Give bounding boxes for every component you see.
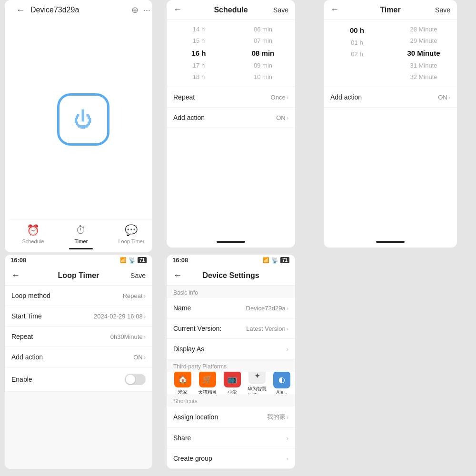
schedule-save-btn[interactable]: Save	[273, 6, 288, 14]
display-as-chevron: ›	[287, 346, 288, 353]
platform-mijia[interactable]: 🏠 米家	[173, 372, 192, 394]
share-value-container: ›	[287, 435, 288, 442]
timer-bottom-bar	[376, 241, 405, 243]
basic-info-section: Basic info	[167, 286, 295, 298]
schedule-icon: ⏰	[27, 224, 40, 237]
main-device-panel: ← Device73d29a ⊕ ··· ⏻ ⏰ Schedule ⏱ Time…	[5, 0, 152, 252]
loop-add-action-value-container: ON ›	[133, 354, 146, 361]
loop-repeat-label: Repeat	[11, 333, 33, 340]
assign-location-chevron: ›	[287, 414, 288, 421]
device-icon-area[interactable]: ⏻	[10, 20, 152, 219]
loop-header: ← Loop Timer Save	[5, 266, 152, 286]
platform-xiaoai[interactable]: 📺 小爱	[223, 372, 242, 394]
settings-time-display: 16:08	[172, 257, 188, 264]
loop-timer-panel: 16:08 📶 📡 71 ← Loop Timer Save Loop meth…	[5, 255, 152, 469]
schedule-time-picker[interactable]: 14 h 15 h 16 h 17 h 18 h 06 min 07 min 0…	[167, 20, 295, 87]
nav-schedule[interactable]: ⏰ Schedule	[22, 224, 44, 249]
hour-item: 14 h	[167, 24, 231, 35]
create-group-chevron: ›	[287, 455, 288, 462]
settings-wifi-icon: 📡	[271, 257, 278, 264]
loop-save-btn[interactable]: Save	[130, 272, 146, 279]
platforms-row: 🏠 米家 🛒 天猫精灵 📺 小爱 ✦ 华为智慧生活 ◐ Ale...	[167, 372, 295, 394]
assign-location-value-container: 我的家 ›	[267, 413, 288, 421]
timer-header: ← Timer Save	[324, 0, 457, 20]
nav-loop-timer[interactable]: 💬 Loop Timer	[118, 224, 144, 249]
timer-hour-column[interactable]: 00 h 01 h 02 h	[324, 22, 390, 85]
share-chevron: ›	[287, 435, 288, 442]
timer-save-btn[interactable]: Save	[435, 6, 450, 14]
share-row[interactable]: Share ›	[167, 428, 295, 448]
more-icon[interactable]: ···	[143, 5, 150, 15]
loop-method-row[interactable]: Loop method Repeat ›	[5, 286, 152, 306]
enable-row[interactable]: Enable	[5, 367, 152, 392]
main-header: ← Device73d29a ⊕ ···	[10, 0, 152, 20]
platform-alexa[interactable]: ◐ Ale...	[272, 372, 291, 394]
assign-location-row[interactable]: Assign location 我的家 ›	[167, 407, 295, 428]
schedule-label: Schedule	[22, 238, 44, 244]
loop-repeat-row[interactable]: Repeat 0h30Minute ›	[5, 327, 152, 347]
add-action-value: ON	[276, 114, 286, 121]
min-item-selected: 08 min	[231, 47, 295, 60]
settings-back-icon[interactable]: ←	[173, 270, 182, 280]
power-button[interactable]: ⏻	[57, 93, 109, 146]
loop-back-icon[interactable]: ←	[11, 270, 20, 280]
timer-time-picker[interactable]: 00 h 01 h 02 h 28 Minute 29 Minute 30 Mi…	[324, 20, 457, 87]
platform-huawei[interactable]: ✦ 华为智慧生活	[248, 372, 267, 394]
version-row[interactable]: Current Version: Latest Version ›	[167, 318, 295, 339]
display-as-row[interactable]: Display As ›	[167, 339, 295, 359]
repeat-row[interactable]: Repeat Once ›	[167, 87, 295, 108]
loop-add-action-chevron: ›	[144, 354, 146, 361]
basic-info-label: Basic info	[173, 289, 198, 296]
nav-timer[interactable]: ⏱ Timer	[69, 224, 93, 249]
version-label: Current Version:	[173, 325, 221, 332]
timer-min-item: 31 Minute	[390, 60, 457, 71]
hour-item: 18 h	[167, 71, 231, 83]
share-label: Share	[173, 434, 191, 442]
schedule-panel: ← Schedule Save 14 h 15 h 16 h 17 h 18 h…	[167, 0, 295, 248]
timer-min-item: 32 Minute	[390, 71, 457, 83]
loop-repeat-value: 0h30Minute	[110, 333, 143, 340]
repeat-chevron: ›	[287, 94, 288, 101]
add-action-value-container: ON ›	[276, 114, 288, 121]
xiaoai-icon: 📺	[224, 372, 241, 387]
mijia-icon: 🏠	[174, 372, 191, 387]
shortcuts-section: Shortcuts	[167, 394, 295, 407]
timer-add-action-label: Add action	[330, 93, 362, 101]
start-time-value-container: 2024-02-29 16:08 ›	[94, 313, 146, 320]
start-time-value: 2024-02-29 16:08	[94, 313, 143, 320]
platform-tmall[interactable]: 🛒 天猫精灵	[198, 372, 217, 394]
loop-status-icons: 📶 📡 71	[120, 257, 147, 264]
loop-repeat-value-container: 0h30Minute ›	[110, 333, 146, 340]
loop-method-label: Loop method	[11, 292, 50, 299]
assign-location-label: Assign location	[173, 413, 218, 421]
timer-back-icon[interactable]: ←	[330, 5, 339, 15]
schedule-back-icon[interactable]: ←	[173, 5, 182, 15]
min-item: 09 min	[231, 60, 295, 71]
name-row[interactable]: Name Device73d29a ›	[167, 298, 295, 318]
version-chevron: ›	[287, 325, 288, 332]
menu-icon[interactable]: ⊕	[131, 5, 139, 15]
toggle-thumb	[126, 375, 135, 384]
version-value-container: Latest Version ›	[246, 325, 288, 332]
start-time-row[interactable]: Start Time 2024-02-29 16:08 ›	[5, 306, 152, 327]
loop-time-display: 16:08	[10, 257, 26, 264]
add-action-row[interactable]: Add action ON ›	[167, 108, 295, 128]
hour-column[interactable]: 14 h 15 h 16 h 17 h 18 h	[167, 22, 231, 85]
settings-battery-icon: 71	[280, 257, 289, 263]
timer-add-action-row[interactable]: Add action ON ›	[324, 87, 457, 108]
enable-toggle[interactable]	[125, 374, 146, 385]
back-arrow-icon[interactable]: ←	[16, 5, 25, 15]
loop-add-action-row[interactable]: Add action ON ›	[5, 347, 152, 367]
create-group-value-container: ›	[287, 455, 288, 462]
display-as-label: Display As	[173, 345, 204, 353]
hour-item: 17 h	[167, 60, 231, 71]
min-column[interactable]: 06 min 07 min 08 min 09 min 10 min	[231, 22, 295, 85]
timer-label: Timer	[75, 238, 88, 244]
repeat-value: Once	[271, 94, 286, 101]
create-group-row[interactable]: Create group ›	[167, 448, 295, 469]
nav-active-indicator	[69, 248, 93, 249]
timer-title: Timer	[380, 6, 400, 14]
schedule-header: ← Schedule Save	[167, 0, 295, 20]
timer-min-column[interactable]: 28 Minute 29 Minute 30 Minute 31 Minute …	[390, 22, 457, 85]
timer-min-item-selected: 30 Minute	[390, 47, 457, 60]
